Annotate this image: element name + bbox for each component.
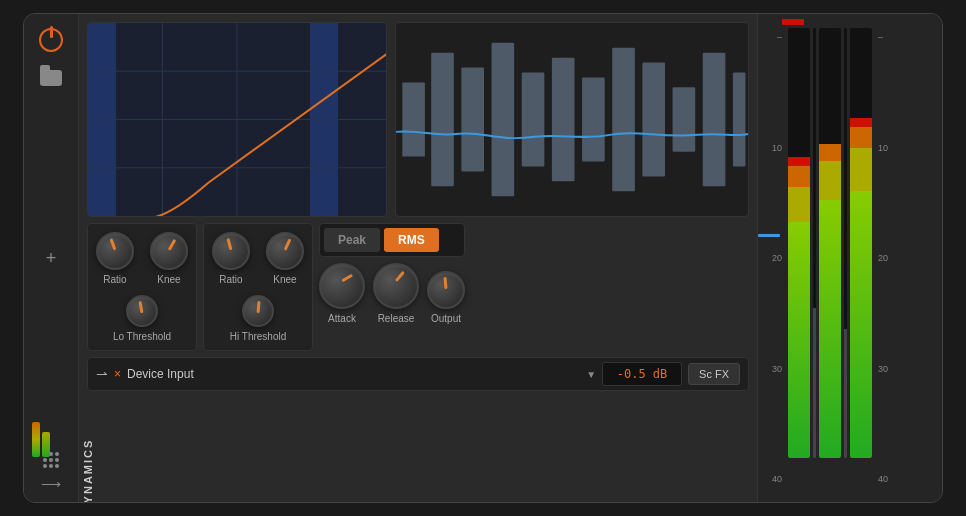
waveform-svg (396, 23, 748, 216)
meter-bar-thin2-fill (844, 329, 847, 458)
svg-rect-10 (522, 72, 545, 166)
meter-fill-3-green (850, 191, 872, 458)
meter-fill-3-yellow (850, 148, 872, 191)
svg-rect-14 (642, 63, 665, 177)
lo-knee-knob-item: Knee (150, 232, 188, 285)
svg-rect-6 (402, 82, 425, 156)
svg-rect-8 (461, 68, 484, 172)
meter-scale-left: – 10 20 30 40 (766, 22, 784, 494)
hi-knee-knob[interactable] (266, 232, 304, 270)
hi-threshold-knob-item: Hi Threshold (212, 295, 304, 342)
release-knob[interactable] (373, 263, 419, 309)
clip-indicator-1 (782, 19, 804, 25)
svg-rect-17 (733, 72, 746, 166)
hi-ratio-knob[interactable] (212, 232, 250, 270)
ar-out-row: Attack Release Output (319, 263, 465, 324)
hi-knee-knob-item: Knee (266, 232, 304, 285)
meter-scale-right: – 10 20 30 40 (876, 22, 894, 494)
scale-mark-dash-r: – (878, 32, 894, 42)
svg-rect-7 (431, 53, 454, 187)
right-controls: Peak RMS Attack Release Output (319, 223, 465, 351)
svg-rect-9 (492, 43, 515, 196)
add-left-button[interactable]: + (46, 248, 57, 269)
rms-button[interactable]: RMS (384, 228, 439, 252)
scale-mark-30-r: 30 (878, 364, 894, 374)
sidebar: DYNAMICS + ⟶ (24, 14, 79, 502)
sc-fx-button[interactable]: Sc FX (688, 363, 740, 385)
transfer-graph[interactable] (87, 22, 387, 217)
hi-ratio-label: Ratio (219, 274, 242, 285)
meter-bar-thin (813, 28, 816, 458)
mini-meter (32, 412, 50, 457)
svg-rect-11 (552, 58, 575, 182)
meter-fill-2-orange (819, 144, 841, 161)
arrow-icon[interactable]: ⟶ (41, 476, 61, 492)
meter-fill-1-red (788, 157, 810, 166)
meter-bar-1 (788, 28, 810, 458)
scale-mark-dash-l: – (766, 32, 782, 42)
meter-bar-2 (819, 28, 841, 458)
top-row (87, 22, 749, 217)
svg-rect-16 (703, 53, 726, 187)
release-label: Release (378, 313, 415, 324)
lo-section-box: Ratio Knee Lo Threshold (87, 223, 197, 351)
main-content: Ratio Knee Lo Threshold Rat (79, 14, 757, 502)
device-route-icon: ⇀ (96, 366, 108, 382)
output-knob-item: Output (427, 271, 465, 324)
plugin-title-label: DYNAMICS (82, 439, 94, 503)
meter-bar-3 (850, 28, 872, 458)
output-knob[interactable] (427, 271, 465, 309)
hi-threshold-knob[interactable] (242, 295, 274, 327)
release-knob-item: Release (373, 263, 419, 324)
meter-fill-1-orange (788, 166, 810, 188)
scale-mark-10-l: 10 (766, 143, 782, 153)
bottom-bar: ⇀ × Device Input ▼ -0.5 dB Sc FX (87, 357, 749, 391)
lo-ratio-knob-item: Ratio (96, 232, 134, 285)
meter-bar-thin-fill (813, 308, 816, 459)
svg-rect-13 (612, 48, 635, 192)
scale-mark-20-l: 20 (766, 253, 782, 263)
power-button[interactable] (37, 26, 65, 54)
meter-fill-3-red (850, 118, 872, 127)
folder-icon (40, 70, 62, 86)
attack-knob[interactable] (319, 263, 365, 309)
lo-knee-label: Knee (157, 274, 180, 285)
right-panel: – 10 20 30 40 (757, 14, 942, 502)
db-display: -0.5 dB (602, 362, 682, 386)
meter-fill-3-orange (850, 127, 872, 149)
lo-ratio-label: Ratio (103, 274, 126, 285)
mini-meter-bar-2 (42, 432, 50, 457)
scale-mark-40-r: 40 (878, 474, 894, 484)
sidebar-bottom: ⟶ (41, 452, 61, 492)
peak-rms-row: Peak RMS (319, 223, 465, 257)
peak-button[interactable]: Peak (324, 228, 380, 252)
lo-threshold-knob[interactable] (126, 295, 158, 327)
power-icon (39, 28, 63, 52)
attack-label: Attack (328, 313, 356, 324)
hi-threshold-label: Hi Threshold (230, 331, 287, 342)
meter-fill-1-green (788, 222, 810, 459)
folder-button[interactable] (37, 64, 65, 92)
meter-fill-1-yellow (788, 187, 810, 221)
svg-rect-12 (582, 77, 605, 161)
scale-mark-40-l: 40 (766, 474, 782, 484)
hi-knob-row: Ratio Knee (212, 232, 304, 285)
dropdown-arrow-icon[interactable]: ▼ (586, 369, 596, 380)
lo-ratio-knob[interactable] (96, 232, 134, 270)
lo-knee-knob[interactable] (150, 232, 188, 270)
hi-knee-label: Knee (273, 274, 296, 285)
mini-meter-bar-1 (32, 422, 40, 457)
scale-mark-10-r: 10 (878, 143, 894, 153)
device-input-x[interactable]: × (114, 367, 121, 381)
meter-bars-group (788, 22, 872, 494)
graph-grid-svg (88, 23, 386, 216)
attack-knob-item: Attack (319, 263, 365, 324)
device-input-label: Device Input (127, 367, 580, 381)
lo-threshold-knob-item: Lo Threshold (96, 295, 188, 342)
waveform-display[interactable] (395, 22, 749, 217)
scale-mark-30-l: 30 (766, 364, 782, 374)
meter-fill-2-yellow (819, 161, 841, 200)
controls-main: Ratio Knee Lo Threshold Rat (87, 223, 749, 351)
scale-mark-20-r: 20 (878, 253, 894, 263)
meter-fill-2-green (819, 200, 841, 458)
